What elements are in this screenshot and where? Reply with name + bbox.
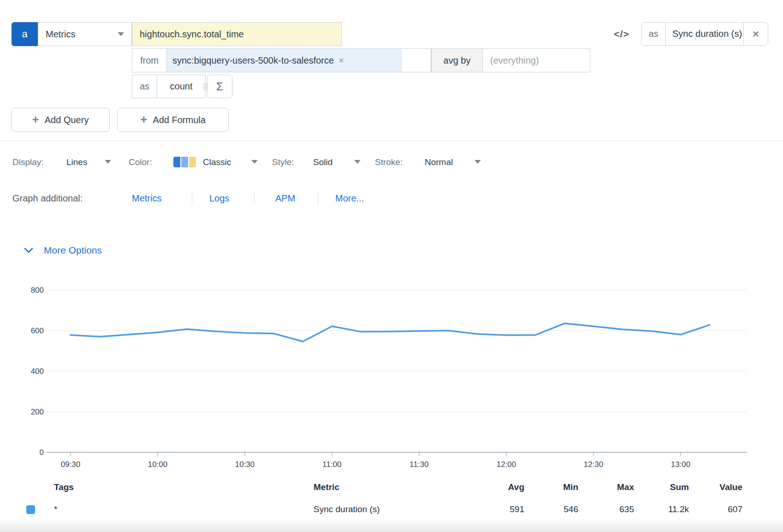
line-chart-svg: 020040060080009:3010:0010:3011:0011:3012… <box>0 277 783 479</box>
col-header-value: Value <box>687 482 742 492</box>
more-options-label: More Options <box>44 245 102 256</box>
chevron-down-icon <box>118 32 124 36</box>
row-tag-value[interactable]: * <box>54 504 57 514</box>
sigma-button[interactable]: Σ <box>207 75 232 98</box>
filter-input[interactable]: sync:bigquery-users-500k-to-salesforce × <box>166 48 431 72</box>
chevron-down-icon[interactable] <box>251 160 258 164</box>
metric-name-value: hightouch.sync.total_time <box>140 29 244 40</box>
vertical-separator <box>254 192 255 205</box>
rollup-input[interactable]: count <box>157 75 206 98</box>
graph-additional-metrics-link[interactable]: Metrics <box>132 193 161 204</box>
row-metric-name[interactable]: Sync duration (s) <box>314 504 380 514</box>
add-formula-button[interactable]: + Add Formula <box>117 108 229 132</box>
more-options-toggle[interactable]: More Options <box>24 245 102 256</box>
add-formula-label: Add Formula <box>153 115 206 125</box>
svg-text:12:00: 12:00 <box>497 460 516 469</box>
section-divider <box>0 141 783 141</box>
code-view-toggle-icon[interactable]: </> <box>611 27 632 41</box>
svg-text:11:00: 11:00 <box>322 460 341 469</box>
stroke-select[interactable]: Normal <box>425 157 453 167</box>
palette-color-1 <box>173 157 180 167</box>
chevron-down-icon <box>24 247 34 254</box>
plus-icon: + <box>140 113 147 125</box>
svg-text:200: 200 <box>31 408 44 416</box>
filter-tag-chip[interactable]: sync:bigquery-users-500k-to-salesforce × <box>167 49 402 72</box>
color-scheme-select[interactable]: Classic <box>203 157 231 167</box>
row-min-value: 546 <box>523 504 578 514</box>
style-label: Style: <box>272 157 294 167</box>
close-icon[interactable]: ✕ <box>743 23 768 45</box>
add-query-button[interactable]: + Add Query <box>11 108 110 132</box>
metric-query-editor: a Metrics hightouch.sync.total_time from… <box>0 0 783 532</box>
stroke-label: Stroke: <box>375 157 403 167</box>
from-label: from <box>132 48 167 72</box>
svg-text:10:30: 10:30 <box>235 460 255 469</box>
svg-text:0: 0 <box>40 448 44 457</box>
row-avg-value: 591 <box>469 504 524 514</box>
add-query-label: Add Query <box>45 115 89 125</box>
aggregator-button[interactable]: avg by <box>431 48 483 72</box>
color-label: Color: <box>129 157 152 167</box>
graph-additional-label: Graph additional: <box>12 193 83 204</box>
svg-text:12:30: 12:30 <box>584 460 604 469</box>
svg-text:13:00: 13:00 <box>671 460 691 469</box>
col-header-max: Max <box>579 482 634 492</box>
graph-additional-logs-link[interactable]: Logs <box>209 193 229 204</box>
alias-as-label: as <box>641 23 666 45</box>
row-sum-value: 11.2k <box>634 504 689 514</box>
palette-color-3 <box>189 157 196 167</box>
graph-additional-apm-link[interactable]: APM <box>275 193 295 204</box>
color-palette-swatch[interactable] <box>173 157 196 167</box>
alias-group: as Sync duration (s) ✕ <box>641 22 768 46</box>
col-header-sum: Sum <box>634 482 689 492</box>
chevron-down-icon[interactable] <box>475 160 481 164</box>
query-letter-badge: a <box>12 22 38 46</box>
group-by-placeholder: (everything) <box>490 55 539 66</box>
alias-input[interactable]: Sync duration (s) <box>666 23 743 45</box>
svg-text:10:00: 10:00 <box>148 460 168 469</box>
display-type-select[interactable]: Lines <box>66 157 87 167</box>
chevron-down-icon[interactable] <box>354 160 361 164</box>
metric-name-input[interactable]: hightouch.sync.total_time <box>132 22 342 46</box>
svg-text:09:30: 09:30 <box>61 460 81 469</box>
vertical-separator <box>318 192 318 205</box>
data-source-select[interactable]: Metrics <box>38 22 132 46</box>
row-value-value: 607 <box>687 504 742 514</box>
chevron-down-icon[interactable] <box>105 160 111 164</box>
row-max-value: 635 <box>579 504 634 514</box>
timeseries-chart[interactable]: 020040060080009:3010:0010:3011:0011:3012… <box>0 277 783 479</box>
style-select[interactable]: Solid <box>313 157 332 167</box>
group-by-input[interactable]: (everything) <box>482 48 590 72</box>
remove-tag-icon[interactable]: × <box>338 55 344 66</box>
col-header-min: Min <box>523 482 578 492</box>
svg-text:11:30: 11:30 <box>409 460 428 469</box>
data-source-label: Metrics <box>46 29 75 40</box>
series-color-swatch[interactable] <box>26 505 35 514</box>
col-header-avg: Avg <box>469 482 524 492</box>
graph-additional-more-link[interactable]: More... <box>335 193 364 204</box>
as-label: as <box>132 75 157 98</box>
svg-text:600: 600 <box>31 326 44 335</box>
svg-text:800: 800 <box>31 286 44 295</box>
vertical-separator <box>192 192 192 205</box>
svg-text:400: 400 <box>31 367 44 376</box>
col-header-tags: Tags <box>54 482 74 492</box>
bottom-fade <box>0 518 783 532</box>
plus-icon: + <box>32 113 39 125</box>
palette-color-2 <box>181 157 188 167</box>
filter-tag-text: sync:bigquery-users-500k-to-salesforce <box>172 55 334 66</box>
display-label: Display: <box>12 157 44 167</box>
col-header-metric: Metric <box>314 482 339 492</box>
